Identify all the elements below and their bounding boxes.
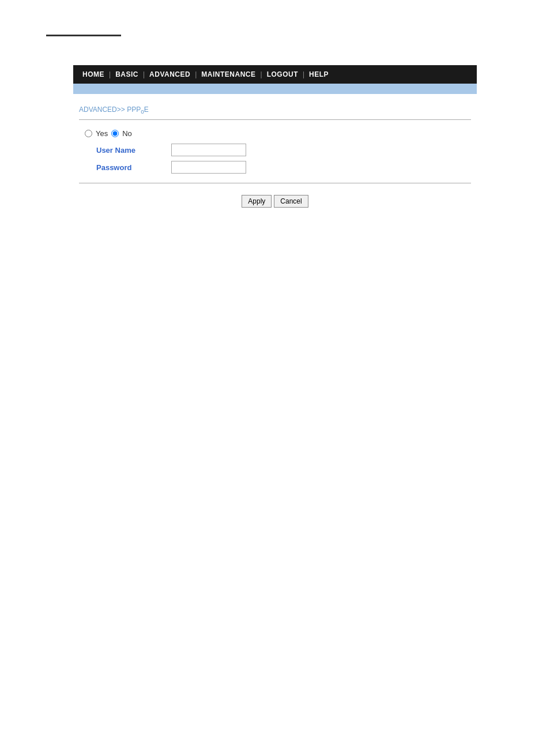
- nav-sep-2: |: [142, 70, 146, 78]
- username-row: User Name: [85, 144, 465, 156]
- bottom-divider: [79, 183, 471, 183]
- nav-sep-3: |: [194, 70, 198, 78]
- yes-radio-label[interactable]: Yes: [96, 129, 108, 138]
- nav-sep-4: |: [259, 70, 263, 78]
- main-content: ADVANCED>> PPPoE Yes No User Name Passwo…: [73, 94, 477, 219]
- breadcrumb-current: PPPoE: [127, 106, 149, 114]
- no-radio[interactable]: [111, 130, 119, 137]
- no-radio-label[interactable]: No: [122, 129, 132, 138]
- blue-accent-bar: [73, 84, 477, 94]
- breadcrumb: ADVANCED>> PPPoE: [79, 106, 471, 115]
- yes-radio[interactable]: [85, 130, 92, 137]
- password-input[interactable]: [171, 161, 246, 174]
- nav-help[interactable]: HELP: [306, 70, 332, 78]
- button-row: Apply Cancel: [79, 195, 471, 208]
- nav-sep-1: |: [108, 70, 112, 78]
- nav-basic[interactable]: BASIC: [112, 70, 142, 78]
- breadcrumb-advanced-link[interactable]: ADVANCED>>: [79, 106, 125, 114]
- logo-bar: [46, 35, 121, 36]
- nav-sep-5: |: [302, 70, 306, 78]
- password-row: Password: [85, 161, 465, 174]
- username-label: User Name: [96, 146, 171, 155]
- username-input[interactable]: [171, 144, 246, 156]
- top-divider: [79, 119, 471, 120]
- apply-button[interactable]: Apply: [242, 195, 272, 208]
- password-label: Password: [96, 163, 171, 172]
- nav-logout[interactable]: LOGOUT: [263, 70, 302, 78]
- nav-advanced[interactable]: ADVANCED: [146, 70, 194, 78]
- nav-maintenance[interactable]: MAINTENANCE: [198, 70, 259, 78]
- yes-no-radio-row: Yes No: [85, 129, 465, 138]
- nav-home[interactable]: HOME: [79, 70, 108, 78]
- pppe-subscript: o: [141, 108, 144, 115]
- form-section: Yes No User Name Password: [79, 129, 471, 174]
- cancel-button[interactable]: Cancel: [274, 195, 308, 208]
- navigation-bar: HOME | BASIC | ADVANCED | MAINTENANCE | …: [73, 65, 477, 84]
